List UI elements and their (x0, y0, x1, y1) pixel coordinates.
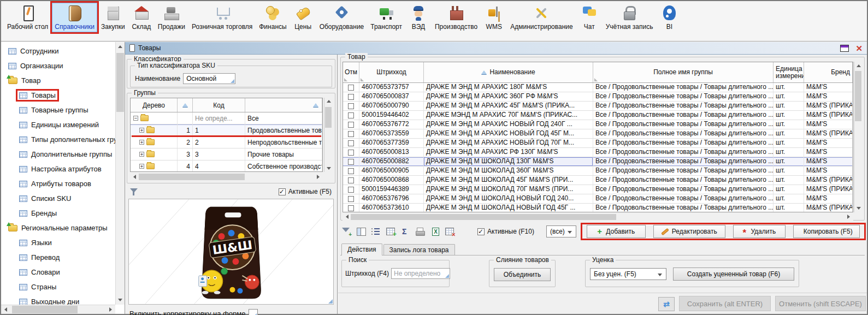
table-delete-icon[interactable] (445, 227, 454, 236)
name-column-header[interactable]: Наименование (424, 62, 593, 82)
sidebar-item[interactable]: Настройка атрибутов (1, 162, 115, 176)
product-row[interactable]: 4607065000790 ДРАЖЕ М ЭНД М АРАХИС 45Г M… (343, 102, 853, 111)
merge-button[interactable]: Объединить (494, 268, 551, 281)
sidebar-item[interactable]: Дополнительные группы (1, 147, 115, 162)
sidebar-item[interactable]: Единицы измерений (1, 117, 115, 132)
tree-row[interactable]: − Не опреде... Все (131, 112, 322, 124)
row-checkbox[interactable] (348, 177, 354, 183)
row-checkbox[interactable] (348, 159, 354, 165)
row-checkbox[interactable] (348, 140, 354, 146)
product-row[interactable]: 4607065373559 ДРАЖЕ М ЭНД М АРАХИС НОВЫЙ… (343, 129, 853, 139)
row-checkbox[interactable] (348, 187, 354, 193)
excel-icon[interactable] (430, 227, 440, 236)
row-checkbox[interactable] (348, 103, 354, 109)
mark-column-header[interactable]: Отм (343, 62, 359, 82)
columns-icon[interactable] (356, 227, 366, 236)
sidebar-item[interactable]: Товар (1, 73, 115, 88)
tree-row[interactable]: + 4 4 Собственное производство (131, 161, 322, 172)
product-row[interactable]: 4607065000837 ДРАЖЕ М ЭНД М АРАХИС 360Г … (343, 92, 853, 102)
product-row[interactable]: 4607065000813 ДРАЖЕ М ЭНД М АРАХИС РФ 13… (343, 148, 853, 157)
action-button[interactable]: Добавить (587, 225, 646, 238)
active-f10-checkbox[interactable] (477, 228, 485, 235)
toolbar-item[interactable]: Продажи (155, 3, 188, 32)
filter-plus-icon[interactable] (341, 227, 351, 236)
maximize-icon[interactable] (840, 45, 849, 52)
products-horizontal-scrollbar[interactable] (343, 213, 853, 221)
tree-row[interactable]: + 1 1 Продовольственные товары (131, 124, 322, 136)
row-checkbox[interactable] (348, 150, 354, 156)
sidebar-item[interactable]: Перевод (1, 250, 115, 265)
barcode-search-input[interactable]: Не определено (391, 268, 450, 279)
product-row[interactable]: 4607065376772 ДРАЖЕ М ЭНД М АРАХИС НОВЫЙ… (343, 120, 853, 129)
toolbar-item[interactable]: Оборудование (317, 3, 367, 32)
toolbar-item[interactable]: Закупки (98, 3, 128, 32)
expand-icon[interactable]: + (139, 164, 144, 169)
toolbar-item[interactable]: Цены (291, 3, 316, 32)
toolbar-item[interactable]: Справочники (52, 3, 97, 32)
markdown-dropdown[interactable]: Без уцен. (F5) (590, 268, 666, 280)
toolbar-item[interactable]: Производство (432, 3, 480, 32)
product-row[interactable]: 5000159446402 ДРАЖЕ МЭНД М АРАХИС 70Г M&… (343, 111, 853, 120)
sidebar-item[interactable]: Организации (1, 58, 115, 73)
scroll-right-icon[interactable] (109, 307, 112, 312)
row-checkbox[interactable] (348, 205, 354, 211)
printer-icon[interactable] (415, 227, 425, 236)
sidebar-item[interactable]: Атрибуты товаров (1, 176, 115, 191)
toolbar-item[interactable]: BI (657, 3, 682, 32)
product-row[interactable]: 5000159446389 ДРАЖЕ М ЭНД М ШОКОЛАД 70Г … (343, 185, 853, 194)
row-checkbox[interactable] (348, 85, 354, 91)
expand-icon[interactable]: − (133, 116, 138, 121)
scroll-right-icon[interactable] (847, 215, 850, 219)
tree-row[interactable]: + 2 2 Непродовольственные товар (131, 136, 322, 148)
refresh-button[interactable]: ⇄ (658, 297, 675, 311)
scroll-down-icon[interactable] (118, 299, 122, 301)
tree-horizontal-scrollbar[interactable] (130, 173, 323, 181)
numbered-list-icon[interactable] (371, 227, 381, 236)
sidebar-item[interactable]: Языки (1, 235, 115, 250)
active-f5-checkbox[interactable] (279, 188, 286, 195)
scroll-left-icon[interactable] (133, 175, 136, 179)
unit-column-header[interactable]: Единица измерения (773, 62, 804, 82)
tree-vertical-scrollbar[interactable] (324, 98, 332, 172)
product-row[interactable]: 4607065373610 ДРАЖЕ М ЭНД М ШОКОЛАД НОВЫ… (343, 204, 853, 212)
filter-dropdown[interactable]: (все) (546, 225, 576, 237)
products-vertical-scrollbar[interactable] (854, 62, 862, 212)
expand-icon[interactable]: + (139, 152, 144, 157)
toolbar-item[interactable]: Розничная торговля (189, 3, 255, 32)
expand-icon[interactable]: + (139, 140, 144, 145)
tab[interactable]: Действия (341, 243, 382, 255)
scrollbar-thumb[interactable] (12, 306, 78, 313)
product-row[interactable]: 4607065377359 ДРАЖЕ М ЭНД М АРАХИС НОВЫЙ… (343, 139, 853, 148)
name-column-header[interactable] (245, 98, 322, 112)
sidebar-item[interactable]: Типы дополнительных груп (1, 132, 115, 147)
scroll-left-icon[interactable] (4, 307, 7, 312)
tree-row[interactable]: + 3 3 Прочие товары (131, 148, 322, 161)
sidebar-item[interactable]: Товары (1, 88, 115, 103)
scrollbar-thumb[interactable] (116, 53, 124, 112)
toolbar-item[interactable]: ВЭД (406, 3, 431, 32)
group-column-header[interactable]: Полное имя группы (593, 62, 773, 82)
scroll-left-icon[interactable] (346, 215, 349, 219)
sidebar-item[interactable]: Выходные дни (1, 294, 115, 305)
toolbar-item[interactable]: Склад (129, 3, 154, 32)
product-row[interactable]: 4607065376796 ДРАЖЕ М ЭНД М ШОКОЛАД НОВЫ… (343, 194, 853, 204)
toolbar-item[interactable]: Транспорт (368, 3, 405, 32)
row-checkbox[interactable] (348, 94, 354, 100)
scroll-up-icon[interactable] (857, 64, 861, 67)
row-checkbox[interactable] (348, 122, 354, 128)
action-button[interactable]: Редактировать (653, 225, 725, 238)
toolbar-item[interactable]: Чат (577, 3, 602, 32)
sidebar-item[interactable]: Товарные группы (1, 103, 115, 117)
toolbar-item[interactable]: Рабочий стол (4, 3, 51, 32)
action-button[interactable]: Удалить (733, 225, 786, 238)
scroll-right-icon[interactable] (317, 175, 320, 179)
classifier-name-combo[interactable]: Основной (183, 73, 235, 84)
scroll-down-icon[interactable] (327, 167, 331, 170)
filter-icon[interactable] (129, 187, 138, 196)
cancel-button[interactable]: Отменить (shift ESCAPE) (775, 296, 866, 311)
expand-icon[interactable]: + (139, 128, 144, 133)
scrollbar-thumb[interactable] (325, 107, 332, 128)
brand-column-header[interactable]: Бренд (804, 62, 853, 82)
scrollbar-thumb[interactable] (855, 71, 861, 121)
product-row[interactable]: 4607065000905 ДРАЖЕ М ЭНД М ШОКОЛАД 360Г… (343, 167, 853, 176)
